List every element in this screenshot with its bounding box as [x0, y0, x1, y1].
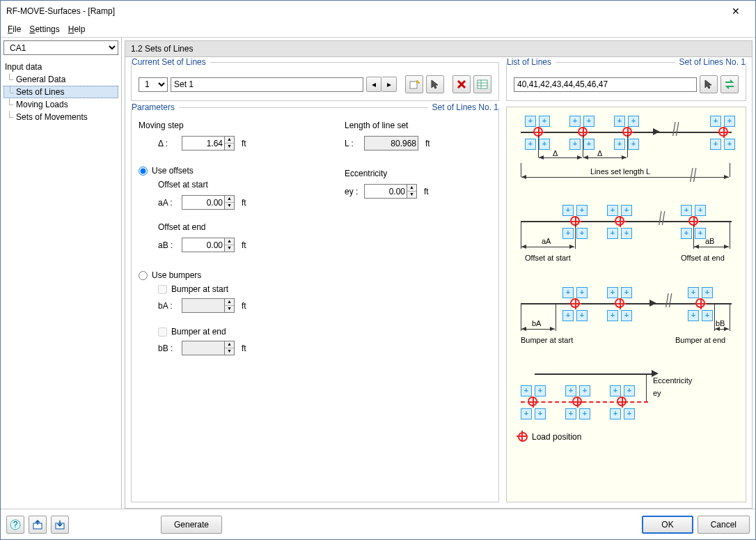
import-icon	[54, 519, 65, 530]
offset-start-label: Offset at start	[158, 180, 320, 190]
bB-spinner: ▲▼	[225, 341, 235, 355]
pick-icon	[703, 79, 714, 90]
L-input	[364, 136, 418, 151]
set-number-select[interactable]: 1	[139, 77, 168, 92]
menu-file[interactable]: File	[8, 24, 21, 34]
cursor-icon	[430, 79, 441, 90]
list-of-lines-fieldset: List of LinesSet of Lines No. 1	[506, 63, 746, 101]
app-window: RF-MOVE-Surfaces - [Ramp] ✕ File Setting…	[0, 0, 756, 540]
prev-set-button[interactable]: ◂	[366, 77, 381, 92]
window-title: RF-MOVE-Surfaces - [Ramp]	[6, 6, 722, 16]
offset-end-label: Offset at end	[158, 222, 320, 232]
svg-rect-0	[410, 82, 417, 88]
bB-symbol: bB :	[158, 344, 178, 353]
generate-button[interactable]: Generate	[161, 516, 222, 534]
ey-input[interactable]	[364, 184, 407, 199]
bumper-start-check[interactable]: Bumper at start	[158, 284, 320, 294]
aB-spinner[interactable]: ▲▼	[225, 238, 235, 252]
next-set-button[interactable]: ▸	[381, 77, 397, 92]
ey-spinner[interactable]: ▲▼	[407, 184, 417, 199]
bA-spinner: ▲▼	[225, 298, 235, 313]
new-set-button[interactable]	[405, 75, 423, 93]
export-icon	[32, 519, 43, 530]
diagram-eccentricity: ++ ++ ++ ++ ++ ++ Eccentricity ey Load	[514, 368, 739, 445]
bA-input	[182, 298, 225, 313]
current-set-fieldset: Current Set of Lines 1 ◂ ▸	[131, 63, 499, 101]
main-body: Current Set of Lines 1 ◂ ▸	[125, 57, 752, 508]
help-button[interactable]: ?	[6, 516, 24, 534]
cancel-button[interactable]: Cancel	[698, 516, 750, 534]
nav-tree: Input data General Data Sets of Lines Mo…	[1, 58, 121, 509]
lines-input[interactable]	[514, 77, 697, 92]
new-icon	[409, 79, 420, 90]
tree-item-moving-loads[interactable]: Moving Loads	[3, 98, 118, 111]
menubar: File Settings Help	[1, 22, 755, 37]
use-offsets-radio[interactable]: Use offsets	[139, 166, 320, 176]
diagram-panel: // ++ ++ ++ ++ ++ ++ ++ ++	[506, 107, 746, 502]
left-column: Current Set of Lines 1 ◂ ▸	[131, 63, 499, 502]
aA-symbol: aA :	[158, 198, 178, 208]
reverse-lines-button[interactable]	[720, 75, 739, 93]
import-button[interactable]	[51, 516, 69, 534]
diagram-bumpers: // ++ ++ ++ ++ ++ ++	[514, 286, 739, 355]
ok-button[interactable]: OK	[642, 516, 693, 534]
delete-set-button[interactable]	[452, 75, 471, 93]
aA-spinner[interactable]: ▲▼	[225, 195, 235, 210]
aA-input[interactable]	[182, 195, 225, 210]
titlebar: RF-MOVE-Surfaces - [Ramp] ✕	[1, 1, 755, 22]
ey-symbol: ey :	[345, 187, 360, 196]
menu-settings[interactable]: Settings	[29, 24, 59, 34]
svg-rect-4	[478, 80, 487, 88]
ecc-label: Eccentricity	[345, 169, 430, 178]
length-label: Length of line set	[345, 121, 430, 130]
tree-item-sets-of-lines[interactable]: Sets of Lines	[3, 86, 118, 98]
aB-symbol: aB :	[158, 240, 178, 250]
parameters-fieldset: ParametersSet of Lines No. 1 Moving step…	[131, 108, 499, 502]
set-name-input[interactable]	[171, 77, 363, 92]
footer: ? Generate OK Cancel	[1, 509, 755, 539]
aB-input[interactable]	[182, 238, 225, 252]
right-column: List of LinesSet of Lines No. 1	[506, 63, 746, 502]
delta-symbol: Δ :	[158, 139, 178, 148]
tree-item-general-data[interactable]: General Data	[3, 73, 118, 86]
use-bumpers-radio[interactable]: Use bumpers	[139, 270, 320, 280]
moving-step-label: Moving step	[139, 121, 320, 130]
table-view-button[interactable]	[473, 75, 491, 93]
delta-input[interactable]	[182, 136, 225, 151]
export-button[interactable]	[29, 516, 47, 534]
tree-item-sets-of-movements[interactable]: Sets of Movements	[3, 111, 118, 123]
tree-root[interactable]: Input data	[3, 61, 118, 73]
diagram-delta: // ++ ++ ++ ++ ++ ++ ++ ++	[514, 114, 739, 191]
pick-lines-button[interactable]	[426, 75, 444, 93]
diagram-offsets: // ++ ++ ++ ++ ++ ++	[514, 203, 739, 273]
delta-spinner[interactable]: ▲▼	[225, 136, 235, 151]
main-panel: 1.2 Sets of Lines Current Set of Lines 1…	[125, 40, 753, 509]
table-icon	[477, 79, 488, 90]
help-icon: ?	[10, 519, 21, 530]
legend-load-position: Load position	[518, 432, 581, 442]
close-button[interactable]: ✕	[722, 6, 750, 17]
pick-lines-graphic-button[interactable]	[700, 75, 718, 93]
bA-symbol: bA :	[158, 301, 178, 311]
svg-marker-1	[417, 80, 420, 83]
sidebar: CA1 Input data General Data Sets of Line…	[1, 38, 122, 509]
main-title: 1.2 Sets of Lines	[125, 41, 752, 57]
swap-icon	[724, 79, 735, 89]
bumper-end-check[interactable]: Bumper at end	[158, 327, 320, 337]
bB-input	[182, 341, 225, 355]
case-select[interactable]: CA1	[3, 40, 118, 55]
current-set-row: 1 ◂ ▸	[139, 75, 491, 93]
delete-icon	[457, 79, 466, 89]
menu-help[interactable]: Help	[68, 24, 86, 34]
L-symbol: L :	[345, 139, 360, 148]
svg-text:?: ?	[13, 520, 18, 530]
body: CA1 Input data General Data Sets of Line…	[1, 37, 755, 509]
